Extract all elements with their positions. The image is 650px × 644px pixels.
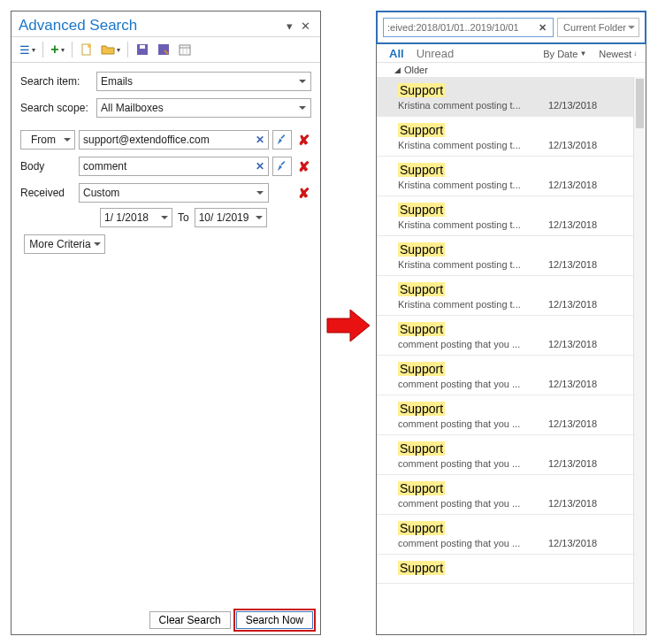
message-from: Support	[398, 402, 445, 416]
message-from: Support	[398, 242, 445, 257]
received-label: Received	[20, 187, 75, 199]
message-from: Support	[398, 282, 445, 296]
tab-all[interactable]: All	[389, 47, 404, 60]
received-combo[interactable]: Custom	[79, 183, 269, 203]
message-item[interactable]: Supportcomment posting that you ...12/13…	[377, 515, 633, 555]
message-from: Support	[398, 561, 445, 575]
message-subject: comment posting that you ...	[398, 418, 548, 429]
list-menu-button[interactable]: ☰▾	[17, 40, 38, 59]
message-subject: comment posting that you ...	[398, 339, 548, 349]
close-icon[interactable]: ✕	[297, 18, 313, 34]
message-date: 12/13/2018	[548, 379, 597, 389]
svg-rect-10	[280, 161, 285, 165]
search-scope-combo[interactable]: All Mailboxes	[96, 98, 311, 118]
pick-body-icon[interactable]	[272, 157, 292, 176]
message-date: 12/13/2018	[548, 100, 597, 111]
body-input[interactable]: comment ✕	[79, 157, 269, 176]
results-panel: :eived:2018/01/01..2019/10/01 ✕ Current …	[376, 11, 646, 635]
search-item-combo[interactable]: Emails	[96, 72, 311, 91]
search-now-button[interactable]: Search Now	[236, 611, 313, 629]
message-item[interactable]: SupportKristina comment posting t...12/1…	[377, 77, 633, 117]
message-subject: Kristina comment posting t...	[398, 140, 548, 150]
new-file-icon[interactable]	[77, 40, 96, 59]
message-item[interactable]: Supportcomment posting that you ...12/13…	[377, 435, 633, 475]
date-to-input[interactable]: 10/ 1/2019	[195, 208, 267, 227]
message-date: 12/13/2018	[548, 299, 597, 310]
message-date: 12/13/2018	[548, 498, 597, 509]
arrow-icon	[325, 306, 371, 349]
message-item[interactable]: Supportcomment posting that you ...12/13…	[377, 356, 633, 395]
message-from: Support	[398, 123, 445, 137]
message-item[interactable]: Supportcomment posting that you ...12/13…	[377, 475, 633, 515]
message-from: Support	[398, 521, 445, 535]
message-subject: comment posting that you ...	[398, 379, 548, 389]
message-from: Support	[398, 83, 445, 97]
from-field-button[interactable]: From	[20, 130, 75, 150]
clear-search-button[interactable]: Clear Search	[149, 611, 231, 629]
message-item[interactable]: Supportcomment posting that you ...12/13…	[377, 316, 633, 356]
message-date: 12/13/2018	[548, 140, 597, 150]
to-label: To	[178, 211, 189, 224]
message-from: Support	[398, 163, 445, 177]
svg-rect-5	[180, 45, 190, 55]
message-item[interactable]: SupportKristina comment posting t...12/1…	[377, 276, 633, 316]
message-list: SupportKristina comment posting t...12/1…	[377, 77, 633, 584]
sort-by-button[interactable]: By Date▼	[543, 49, 586, 59]
clear-from-icon[interactable]: ✕	[256, 134, 264, 146]
scrollbar-thumb[interactable]	[636, 79, 644, 128]
message-from: Support	[398, 203, 445, 217]
sort-order-button[interactable]: Newest↓	[599, 49, 637, 59]
remove-body-icon[interactable]: ✘	[295, 158, 311, 175]
date-from-input[interactable]: 1/ 1/2018	[100, 208, 172, 227]
group-older[interactable]: ◢ Older	[377, 63, 646, 77]
message-item[interactable]: SupportKristina comment posting t...12/1…	[377, 196, 633, 236]
svg-rect-3	[140, 45, 145, 49]
clear-body-icon[interactable]: ✕	[256, 160, 264, 172]
add-button[interactable]: +▾	[48, 40, 67, 59]
message-item[interactable]: SupportKristina comment posting t...12/1…	[377, 236, 633, 276]
collapse-icon: ◢	[394, 65, 401, 74]
svg-point-1	[88, 44, 91, 48]
from-input[interactable]: support@extendoffice.com ✕	[79, 130, 269, 150]
message-subject: comment posting that you ...	[398, 458, 548, 469]
message-subject: comment posting that you ...	[398, 538, 548, 548]
message-from: Support	[398, 481, 445, 495]
body-label: Body	[20, 160, 75, 172]
message-date: 12/13/2018	[548, 180, 597, 190]
message-item[interactable]: Support	[377, 555, 633, 584]
search-query-box[interactable]: :eived:2018/01/01..2019/10/01 ✕	[383, 18, 554, 37]
scrollbar[interactable]	[633, 77, 646, 634]
pick-from-icon[interactable]	[272, 130, 292, 150]
message-item[interactable]: Supportcomment posting that you ...12/13…	[377, 395, 633, 435]
message-subject: Kristina comment posting t...	[398, 180, 548, 190]
message-date: 12/13/2018	[548, 458, 597, 469]
message-from: Support	[398, 362, 445, 376]
search-scope-folder-button[interactable]: Current Folder	[557, 18, 639, 37]
message-subject: Kristina comment posting t...	[398, 100, 548, 111]
open-folder-button[interactable]: ▾	[98, 40, 123, 59]
message-date: 12/13/2018	[548, 418, 597, 429]
tab-unread[interactable]: Unread	[417, 47, 455, 60]
search-scope-label: Search scope:	[20, 102, 93, 114]
remove-from-icon[interactable]: ✘	[295, 132, 311, 149]
message-date: 12/13/2018	[548, 538, 597, 548]
save-as-icon[interactable]	[154, 40, 173, 59]
message-date: 12/13/2018	[548, 259, 597, 270]
message-from: Support	[398, 322, 445, 336]
more-criteria-button[interactable]: More Criteria	[24, 234, 105, 254]
svg-rect-9	[280, 134, 285, 139]
message-item[interactable]: SupportKristina comment posting t...12/1…	[377, 157, 633, 196]
toolbar: ☰▾ +▾ ▾	[11, 37, 320, 63]
save-icon[interactable]	[133, 40, 152, 59]
calendar-icon[interactable]	[175, 40, 195, 59]
clear-search-icon[interactable]: ✕	[536, 22, 549, 34]
remove-received-icon[interactable]: ✘	[295, 185, 311, 202]
menu-down-icon[interactable]: ▾	[281, 18, 297, 34]
message-subject: comment posting that you ...	[398, 498, 548, 509]
message-item[interactable]: SupportKristina comment posting t...12/1…	[377, 117, 633, 157]
titlebar: Advanced Search ▾ ✕	[11, 12, 320, 37]
form-area: Search item: Emails Search scope: All Ma…	[11, 63, 320, 257]
message-subject: Kristina comment posting t...	[398, 299, 548, 310]
message-subject: Kristina comment posting t...	[398, 259, 548, 270]
message-subject: Kristina comment posting t...	[398, 219, 548, 230]
